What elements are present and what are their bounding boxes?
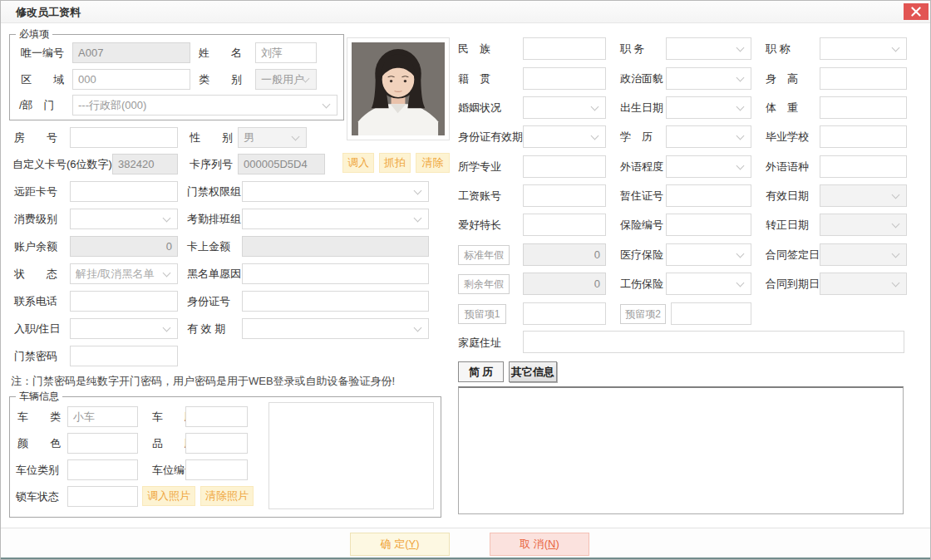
consume-level-label: 消费级别 [14, 209, 57, 229]
vehicle-color-label: 颜 色 [17, 433, 61, 454]
room-no-input[interactable] [70, 127, 178, 148]
nation-input[interactable] [523, 37, 606, 60]
duty-select[interactable] [666, 37, 751, 60]
insurance-no-label: 保险编号 [620, 214, 663, 236]
plate-input[interactable] [185, 406, 248, 427]
shift-group-select[interactable] [242, 209, 429, 229]
card-money-input[interactable] [242, 236, 429, 257]
vehicle-color-input[interactable] [67, 433, 138, 454]
reserve2-label: 预留项2 [620, 304, 666, 324]
slot-type-input[interactable] [67, 459, 138, 480]
name-label: 姓 名 [199, 42, 242, 63]
tab-resume[interactable]: 简 历 [458, 361, 504, 382]
unique-id-input[interactable]: A007 [72, 42, 190, 63]
chevron-down-icon [163, 323, 171, 332]
access-group-label: 门禁权限组 [187, 181, 241, 202]
native-place-input[interactable] [523, 67, 606, 90]
foreign-lang-input[interactable] [820, 155, 907, 178]
politics-select[interactable] [666, 67, 751, 90]
chevron-down-icon [892, 43, 900, 52]
contract-end-select[interactable] [820, 273, 907, 295]
major-input[interactable] [523, 155, 606, 178]
ok-accel-key: Y [408, 538, 416, 550]
marriage-label: 婚姻状况 [458, 96, 501, 119]
birth-date-select[interactable] [666, 96, 751, 119]
weight-input[interactable] [820, 96, 907, 119]
close-button[interactable] [904, 3, 929, 20]
lock-state-input[interactable] [67, 486, 138, 507]
department-value: ---行政部(000) [78, 99, 146, 111]
home-address-input[interactable] [523, 331, 904, 353]
blacklist-reason-input[interactable] [242, 263, 429, 284]
id-number-input[interactable] [242, 291, 429, 312]
category-select[interactable]: 一般用户 [255, 69, 317, 90]
chevron-down-icon [323, 100, 331, 108]
foreign-level-select[interactable] [666, 155, 751, 178]
hire-date-select[interactable] [70, 318, 178, 339]
name-input[interactable]: 刘萍 [255, 42, 317, 63]
foreign-lang-label: 外语语种 [766, 155, 809, 178]
contract-sign-select[interactable] [820, 243, 907, 266]
photo-load-button[interactable]: 调入 [342, 153, 374, 173]
cancel-label-suffix: ) [556, 538, 559, 550]
hobby-input[interactable] [523, 214, 606, 236]
insurance-no-input[interactable] [666, 214, 751, 236]
salary-account-input[interactable] [523, 184, 606, 207]
temp-id-input[interactable] [666, 184, 751, 207]
dialog-title: 修改员工资料 [16, 1, 81, 23]
area-input[interactable]: 000 [72, 69, 190, 90]
consume-level-select[interactable] [70, 209, 178, 229]
photo-capture-button[interactable]: 抓拍 [379, 153, 411, 173]
vehicle-photo-clear-button[interactable]: 清除照片 [200, 486, 254, 506]
remain-leave-input[interactable]: 0 [523, 273, 606, 295]
education-select[interactable] [666, 125, 751, 148]
remain-leave-label: 剩余年假 [458, 274, 510, 294]
id-valid-select[interactable] [523, 125, 606, 148]
department-label: /部 门 [19, 95, 55, 115]
unique-id-label: 唯一编号 [21, 42, 64, 63]
ok-button[interactable]: 确 定(Y) [350, 533, 450, 556]
regular-date-select[interactable] [820, 214, 907, 236]
balance-value: 0 [166, 240, 172, 253]
photo-clear-button[interactable]: 清除 [416, 153, 450, 173]
reserve2-input[interactable] [671, 302, 751, 325]
tab-other-info[interactable]: 其它信息 [509, 361, 557, 382]
chevron-down-icon [736, 102, 745, 111]
std-leave-input[interactable]: 0 [523, 243, 606, 266]
slot-no-input[interactable] [185, 459, 248, 480]
department-select[interactable]: ---行政部(000) [72, 95, 337, 115]
chevron-down-icon [292, 132, 300, 140]
school-input[interactable] [820, 125, 907, 148]
door-password-input[interactable] [70, 346, 178, 366]
gender-select[interactable]: 男 [238, 127, 307, 148]
vehicle-photo-load-button[interactable]: 调入照片 [142, 486, 195, 506]
vehicle-type-input[interactable]: 小车 [67, 406, 138, 427]
std-leave-value: 0 [594, 248, 600, 261]
injury-insurance-select[interactable] [666, 273, 751, 295]
resume-textarea[interactable] [458, 386, 904, 514]
remain-leave-value: 0 [594, 278, 600, 290]
chevron-down-icon [414, 186, 422, 194]
card-serial-input[interactable]: 000005D5D4 [238, 154, 325, 174]
brand-input[interactable] [185, 433, 248, 454]
balance-input[interactable]: 0 [70, 236, 178, 257]
phone-input[interactable] [70, 291, 178, 312]
medical-insurance-select[interactable] [666, 243, 751, 266]
cancel-button[interactable]: 取 消(N) [490, 533, 589, 556]
far-card-label: 远距卡号 [14, 181, 57, 202]
reserve1-input[interactable] [523, 302, 606, 325]
marriage-select[interactable] [523, 96, 606, 119]
far-card-input[interactable] [70, 181, 178, 202]
title-select[interactable] [820, 37, 907, 60]
duty-label: 职 务 [620, 37, 645, 60]
chevron-down-icon [163, 268, 171, 277]
ok-label-suffix: ) [416, 538, 419, 550]
valid-date-select[interactable] [820, 184, 907, 207]
height-input[interactable] [820, 67, 907, 90]
access-group-select[interactable] [242, 181, 429, 202]
custom-card-input[interactable]: 382420 [112, 154, 178, 174]
valid-period-select[interactable] [242, 318, 429, 339]
major-label: 所学专业 [458, 155, 501, 178]
chevron-down-icon [736, 249, 745, 258]
status-select[interactable]: 解挂/取消黑名单 [70, 263, 178, 284]
